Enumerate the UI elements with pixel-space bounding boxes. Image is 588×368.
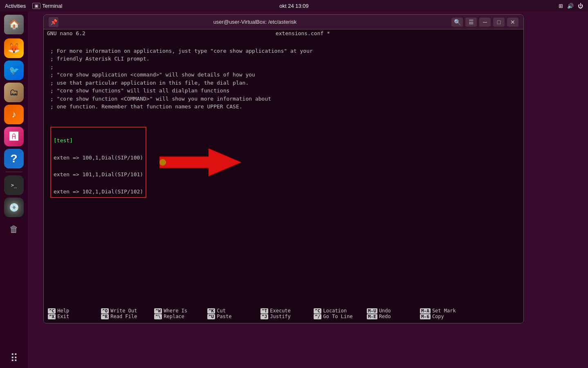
- exten-line-100: exten => 100,1,Dial(SIP/100): [54, 155, 143, 161]
- dock-icon-help[interactable]: ?: [4, 149, 24, 168]
- music-icon: ♪: [12, 109, 16, 120]
- label-exit: Exit: [57, 314, 69, 319]
- label-setmark: Set Mark: [432, 308, 456, 314]
- dock-icon-thunderbird[interactable]: 🐦: [4, 61, 24, 80]
- dock-icon-firefox[interactable]: 🦊: [4, 38, 24, 58]
- system-datetime: okt 24 13:09: [279, 3, 309, 9]
- system-bar: Activities ▣ Terminal okt 24 13:09 ⊞ 🔊 ⏻: [0, 0, 588, 11]
- nano-statusbar: ^C Help ^X Exit ^O Write Out ^R Read Fil…: [44, 304, 523, 323]
- close-button[interactable]: ✕: [507, 18, 518, 27]
- dock-icon-files[interactable]: 🗂: [4, 83, 24, 102]
- shortcut-undo-redo: M-U Undo M-E Redo: [363, 304, 416, 323]
- maximize-button[interactable]: □: [493, 18, 505, 27]
- key-ctrl-t: ^T: [260, 308, 268, 314]
- terminal-prompt-icon: >_: [11, 182, 17, 188]
- key-ctrl-c: ^C: [48, 308, 56, 314]
- key-ctrl-w: ^W: [154, 308, 162, 314]
- key-ctrl-x: ^X: [48, 314, 56, 319]
- help-icon: ?: [10, 152, 17, 165]
- key-ctrl-backslash: ^\: [154, 314, 162, 319]
- label-execute: Execute: [270, 308, 291, 314]
- dock-home-icon[interactable]: 🏠: [4, 15, 24, 34]
- terminal-icon: ▣: [32, 3, 40, 9]
- files-icon: 🗂: [9, 87, 18, 98]
- test-header: [test]: [54, 137, 73, 144]
- nano-content-area[interactable]: ; For more information on applications, …: [44, 37, 523, 304]
- label-justify: Justify: [270, 314, 291, 319]
- appstore-icon: 🅰: [9, 131, 18, 142]
- pin-icon: 📌: [50, 19, 57, 25]
- label-replace: Replace: [164, 314, 184, 319]
- dock-icon-terminal[interactable]: >_: [4, 175, 24, 195]
- label-redo: Redo: [379, 314, 391, 319]
- menu-button[interactable]: ☰: [465, 18, 477, 27]
- volume-icon: 🔊: [567, 3, 574, 9]
- nano-filename: extensions.conf *: [276, 30, 330, 36]
- label-whereis: Where Is: [164, 308, 187, 314]
- thunderbird-icon: 🐦: [9, 65, 19, 75]
- key-ctrl-c2: ^C: [314, 308, 321, 314]
- label-readfile: Read File: [110, 314, 137, 319]
- search-button[interactable]: 🔍: [451, 18, 463, 27]
- label-help: Help: [57, 308, 69, 314]
- shortcut-cut-paste: ^K Cut ^U Paste: [203, 304, 256, 323]
- terminal-titlebar: 📌 user@user-VirtualBox: /etc/asterisk 🔍 …: [44, 15, 523, 29]
- network-icon: ⊞: [559, 3, 563, 9]
- key-m-u: M-U: [367, 308, 377, 314]
- dock-icon-appstore[interactable]: 🅰: [4, 127, 24, 146]
- key-m-6: M-6: [420, 314, 431, 319]
- key-ctrl-k: ^K: [207, 308, 215, 314]
- key-ctrl-j: ^J: [260, 314, 268, 319]
- key-ctrl-u: ^U: [207, 314, 215, 319]
- terminal-app-label[interactable]: Terminal: [42, 3, 62, 9]
- window-controls: 🔍 ☰ ─ □ ✕: [451, 18, 518, 27]
- exten-line-102: exten => 102,1,Dial(SIP/102): [54, 188, 143, 195]
- shortcut-setmark-copy: M-A Set Mark M-6 Copy: [416, 304, 469, 323]
- label-gotoline: Go To Line: [323, 314, 352, 319]
- label-writeout: Write Out: [110, 308, 137, 314]
- label-location: Location: [323, 308, 347, 314]
- label-undo: Undo: [379, 308, 391, 314]
- label-copy: Copy: [432, 314, 444, 319]
- window-title: user@user-VirtualBox: /etc/asterisk: [62, 19, 448, 25]
- titlebar-pin-button[interactable]: 📌: [49, 17, 58, 27]
- firefox-icon: 🦊: [8, 43, 20, 54]
- shortcut-help-exit: ^C Help ^X Exit: [44, 304, 97, 323]
- nano-version: GNU nano 6.2: [47, 30, 85, 36]
- system-tray: ⊞ 🔊 ⏻: [559, 3, 583, 9]
- shortcut-location-gotoline: ^C Location ^/ Go To Line: [310, 304, 363, 323]
- nano-header-bar: GNU nano 6.2 extensions.conf *: [44, 29, 523, 37]
- optical-icon: 💿: [9, 202, 19, 212]
- dock-icon-show-apps[interactable]: ⠿: [4, 348, 24, 368]
- key-ctrl-slash: ^/: [314, 314, 321, 319]
- exten-line-101: exten => 101,1,Dial(SIP/101): [54, 171, 143, 177]
- test-section: [test] exten => 100,1,Dial(SIP/100) exte…: [50, 127, 146, 198]
- dock-divider: [6, 172, 22, 172]
- trash-icon: 🗑: [9, 224, 18, 235]
- shortcut-write-read: ^O Write Out ^R Read File: [97, 304, 150, 323]
- apps-grid-icon: ⠿: [10, 352, 18, 365]
- dock-icon-optical[interactable]: 💿: [4, 197, 24, 217]
- key-ctrl-r: ^R: [101, 314, 109, 319]
- comment-line-1: ; For more information on applications, …: [50, 48, 313, 110]
- key-ctrl-o: ^O: [101, 308, 109, 314]
- system-bar-left: Activities ▣ Terminal: [5, 3, 62, 9]
- power-icon: ⏻: [578, 3, 583, 9]
- shortcut-whereis-replace: ^W Where Is ^\ Replace: [150, 304, 203, 323]
- dock: 🏠 🦊 🐦 🗂 ♪ 🅰 ? >_ 💿 🗑 ⠿: [0, 11, 28, 368]
- nano-editor: GNU nano 6.2 extensions.conf * ; For mor…: [44, 29, 523, 323]
- dock-icon-trash[interactable]: 🗑: [4, 220, 24, 239]
- shortcut-execute-justify: ^T Execute ^J Justify: [256, 304, 310, 323]
- key-m-e: M-E: [367, 314, 377, 319]
- label-cut: Cut: [217, 308, 226, 314]
- label-paste: Paste: [217, 314, 231, 319]
- activities-label[interactable]: Activities: [5, 3, 26, 9]
- dock-icon-music[interactable]: ♪: [4, 105, 24, 124]
- terminal-window: 📌 user@user-VirtualBox: /etc/asterisk 🔍 …: [43, 14, 524, 323]
- minimize-button[interactable]: ─: [479, 18, 491, 27]
- key-m-a: M-A: [420, 308, 431, 314]
